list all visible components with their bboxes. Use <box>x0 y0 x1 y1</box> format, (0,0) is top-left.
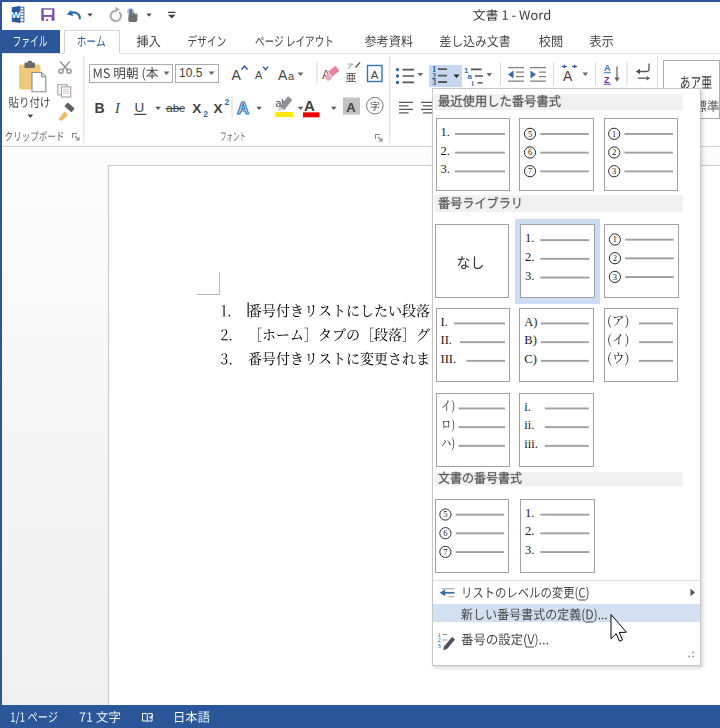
svg-text:A): A) <box>524 315 537 329</box>
svg-text:6: 6 <box>528 147 532 157</box>
svg-text:ii.: ii. <box>524 418 534 432</box>
svg-text:3: 3 <box>613 272 617 282</box>
svg-text:2.: 2. <box>525 250 534 264</box>
svg-text:3.: 3. <box>441 162 450 176</box>
svg-text:iii.: iii. <box>524 437 538 451</box>
svg-text:1: 1 <box>613 234 617 244</box>
svg-text:3: 3 <box>438 642 441 649</box>
svg-text:I.: I. <box>441 315 448 329</box>
svg-text:III.: III. <box>441 352 457 366</box>
svg-text:1.: 1. <box>525 231 534 245</box>
svg-text:C): C) <box>524 352 537 366</box>
svg-text:II.: II. <box>441 333 452 347</box>
svg-text:1.: 1. <box>525 506 534 520</box>
svg-text:2: 2 <box>612 147 616 157</box>
svg-text:2: 2 <box>613 253 617 263</box>
svg-text:5: 5 <box>443 509 447 519</box>
svg-text:7: 7 <box>528 166 532 176</box>
svg-text:3.: 3. <box>525 543 534 557</box>
svg-text:6: 6 <box>443 528 447 538</box>
svg-text:i.: i. <box>524 400 531 414</box>
svg-text:1: 1 <box>612 129 616 139</box>
svg-text:B): B) <box>524 333 537 347</box>
svg-text:2.: 2. <box>525 524 534 538</box>
svg-text:2.: 2. <box>441 144 450 158</box>
svg-text:3: 3 <box>612 166 616 176</box>
svg-text:1.: 1. <box>441 125 450 139</box>
svg-text:5: 5 <box>528 129 532 139</box>
svg-text:3.: 3. <box>525 269 534 283</box>
svg-text:7: 7 <box>443 547 447 557</box>
